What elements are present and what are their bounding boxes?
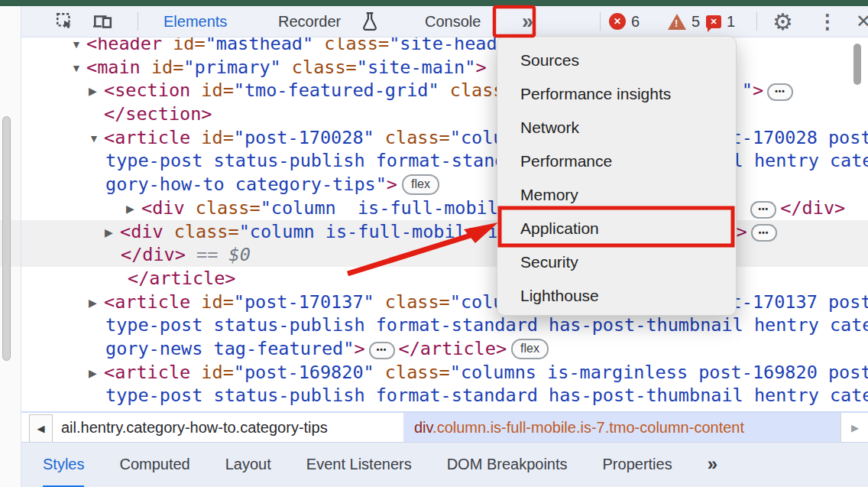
tab-console-label: Console <box>425 13 481 31</box>
styles-pane-tabs: StylesComputedLayoutEvent ListenersDOM B… <box>21 442 868 487</box>
double-chevron-icon: » <box>522 10 532 34</box>
tab-recorder[interactable]: Recorder <box>278 6 341 37</box>
dom-tree-scrollbar-thumb[interactable] <box>853 44 861 85</box>
ellipsis-adorner-icon[interactable]: ••• <box>369 342 395 359</box>
dom-tree-row[interactable]: ▶<article id="post-169820" class="column… <box>21 361 868 385</box>
device-toolbar-icon[interactable] <box>92 6 113 37</box>
disclosure-triangle-icon[interactable]: ▶ <box>105 221 113 245</box>
ellipsis-adorner-icon[interactable]: ••• <box>750 201 776 219</box>
code-segment: </section> <box>104 103 212 125</box>
page-vertical-scrollbar[interactable] <box>2 116 11 361</box>
breadcrumb-classes: .column.is-full-mobile.is-7.tmo-column-c… <box>432 419 744 436</box>
dom-tree-row[interactable]: type-post status-publish format-standard… <box>21 384 868 407</box>
flask-experiment-icon <box>361 6 379 37</box>
code-segment: class= <box>374 291 450 313</box>
disclosure-triangle-icon[interactable]: ▶ <box>89 80 97 103</box>
menu-item-application[interactable]: Application <box>497 212 736 245</box>
dom-tree-row[interactable]: </section> <box>21 102 868 126</box>
code-segment: <main <box>86 57 141 78</box>
error-count: 6 <box>631 13 640 31</box>
dom-tree-row[interactable]: gory-news tag-featured">•••</article>fle… <box>21 337 868 361</box>
breadcrumb-back-button[interactable]: ◀ <box>29 414 53 443</box>
tab-elements[interactable]: Elements <box>164 6 227 37</box>
warning-count: 5 <box>691 13 700 31</box>
menu-item-network[interactable]: Network <box>497 111 736 144</box>
disclosure-triangle-icon[interactable]: ▶ <box>89 362 97 385</box>
dom-tree-row[interactable]: ▼<main id="primary" class="site-main"> <box>21 56 868 80</box>
code-segment: "post-170137" <box>234 291 374 313</box>
breadcrumb-trail[interactable]: ail.hentry.category-how-to.category-tips <box>61 413 328 442</box>
code-segment: id= <box>190 291 234 313</box>
tab-computed[interactable]: Computed <box>119 443 189 485</box>
dom-tree-row[interactable]: gory-how-to category-tips">flex <box>21 173 868 196</box>
code-segment: type-post status-publish format-standard… <box>105 314 868 336</box>
ellipsis-adorner-icon[interactable]: ••• <box>767 83 793 101</box>
overflow-menu: SourcesPerformance insightsNetworkPerfor… <box>497 36 737 316</box>
code-segment: </div> <box>780 197 845 219</box>
menu-item-lighthouse[interactable]: Lighthouse <box>497 279 736 313</box>
tab-properties[interactable]: Properties <box>603 443 672 485</box>
code-segment: <article <box>104 362 190 383</box>
tab-styles[interactable]: Styles <box>43 443 84 487</box>
disclosure-triangle-icon[interactable]: ▶ <box>126 197 134 221</box>
elements-dom-tree[interactable]: ▼<header id="masthead" class="site-heade… <box>21 32 868 407</box>
tab-layout[interactable]: Layout <box>225 443 271 485</box>
close-devtools-icon[interactable]: ✕ <box>856 6 868 37</box>
code-segment: > <box>387 174 397 195</box>
tab-dom-breakpoints[interactable]: DOM Breakpoints <box>447 443 568 485</box>
code-segment: class= <box>374 127 450 148</box>
dom-tree-row[interactable]: type-post status-publish format-standard… <box>21 149 868 173</box>
toolbar-separator <box>756 12 757 31</box>
code-segment: type-post status-publish format-standard… <box>105 150 868 171</box>
code-segment: "post-169820" <box>234 362 374 383</box>
breadcrumb-forward-button[interactable]: ▶ <box>840 413 868 442</box>
tab-console[interactable]: Console <box>425 6 481 37</box>
menu-item-performance[interactable]: Performance <box>497 144 736 178</box>
code-segment: "post-170028" <box>234 127 374 148</box>
code-segment: id= <box>190 80 234 101</box>
code-segment: <article <box>104 127 190 148</box>
code-segment: > <box>475 57 486 78</box>
code-segment: type-post status-publish format-standard… <box>105 385 868 406</box>
dom-tree-row[interactable]: ▶<div class="column is-full-mobile is ••… <box>21 196 868 220</box>
ellipsis-adorner-icon[interactable]: ••• <box>751 224 777 242</box>
issues-badge[interactable]: ✕ 1 <box>706 6 735 37</box>
menu-item-memory[interactable]: Memory <box>497 178 736 212</box>
tabs-overflow-icon[interactable]: » <box>708 443 716 485</box>
tab-event-listeners[interactable]: Event Listeners <box>306 443 412 485</box>
breadcrumb-selected-node[interactable]: div.column.is-full-mobile.is-7.tmo-colum… <box>403 413 840 442</box>
menu-item-sources[interactable]: Sources <box>497 44 736 77</box>
more-tabs-button[interactable]: » <box>522 6 532 37</box>
disclosure-triangle-icon[interactable]: ▼ <box>89 127 99 151</box>
dom-tree-row[interactable]: type-post status-publish format-standard… <box>21 313 868 337</box>
back-arrow-icon: ◀ <box>37 423 45 434</box>
console-warnings-badge[interactable]: ! 5 <box>668 6 700 37</box>
code-segment: "columns is-marginless post-169820 post <box>450 362 868 383</box>
tab-recorder-label: Recorder <box>278 13 341 31</box>
toolbar-separator <box>600 12 601 31</box>
dom-tree-row[interactable]: ▼<article id="post-170028" class="column… <box>21 126 868 150</box>
code-segment: "primary" <box>183 57 280 78</box>
code-segment: <article <box>104 291 190 313</box>
menu-item-performance-insights[interactable]: Performance insights <box>497 77 736 111</box>
console-errors-badge[interactable]: ✕ 6 <box>609 6 640 37</box>
menu-item-security[interactable]: Security <box>497 245 736 279</box>
dom-tree-row[interactable]: </article> <box>21 267 868 291</box>
dom-tree-row[interactable]: ▶<article id="post-170137" class="column… <box>21 291 868 314</box>
code-segment: id= <box>190 127 234 148</box>
kebab-menu-icon[interactable]: ⋮ <box>818 6 837 37</box>
code-segment: class= <box>185 197 261 219</box>
code-segment: <section <box>104 80 190 101</box>
code-segment: </article> <box>399 338 507 359</box>
error-icon: ✕ <box>609 13 626 30</box>
dom-tree-row[interactable]: ▶<section id="tmo-featured-grid" class="… <box>21 79 868 102</box>
breadcrumb-bar: ◀ ail.hentry.category-how-to.category-ti… <box>21 411 868 442</box>
inspect-element-icon[interactable] <box>55 6 75 37</box>
flex-badge[interactable]: flex <box>511 339 549 359</box>
disclosure-triangle-icon[interactable]: ▼ <box>71 57 82 80</box>
flex-badge[interactable]: flex <box>402 174 439 195</box>
disclosure-triangle-icon[interactable]: ▶ <box>89 291 97 315</box>
settings-gear-icon[interactable]: ⚙ <box>772 6 793 37</box>
dom-tree-row[interactable]: …▶<div class="column is-full-mobile is "… <box>0 220 868 244</box>
dom-tree-row[interactable]: </div> == $0 <box>0 243 868 267</box>
